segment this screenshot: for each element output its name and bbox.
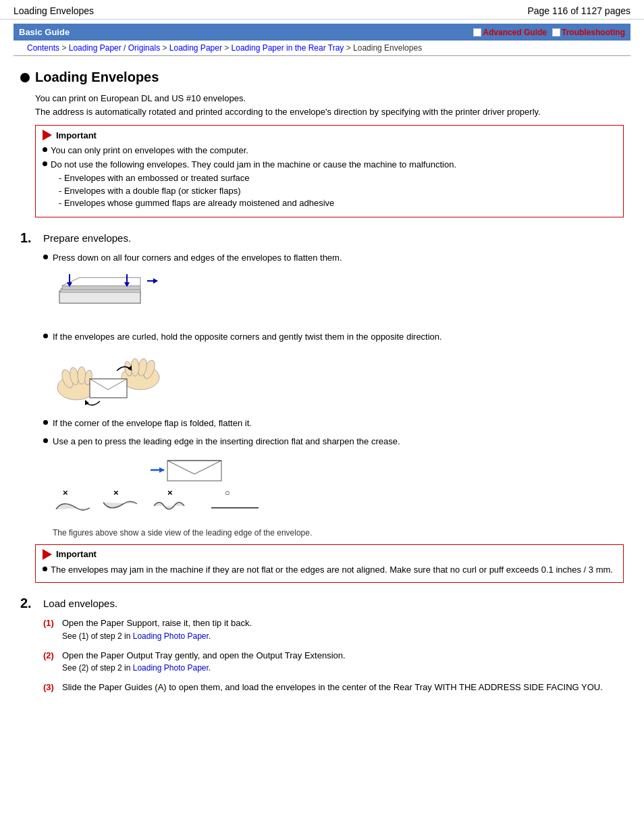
important-item-text: Do not use the following envelopes. They…: [51, 159, 456, 170]
breadcrumb-loading-paper[interactable]: Loading Paper: [169, 43, 222, 53]
svg-text:×: ×: [113, 488, 119, 498]
important-list-1: You can only print on envelopes with the…: [43, 145, 616, 211]
step-2-section: 2. Load envelopes. (1) Open the Paper Su…: [20, 595, 624, 694]
important-header-1: Important: [43, 130, 616, 140]
page-title-top: Loading Envelopes: [14, 5, 94, 16]
svg-marker-31: [159, 467, 165, 473]
sub-list-item-1: - Envelopes with an embossed or treated …: [59, 172, 456, 184]
advanced-guide-checkbox[interactable]: [473, 28, 481, 36]
figure-caption: The figures above show a side view of th…: [53, 528, 624, 538]
step-1-content: Press down on all four corners and edges…: [43, 251, 624, 538]
important-label-1: Important: [56, 130, 97, 140]
important-item-2-1: The envelopes may jam in the machine if …: [43, 564, 616, 576]
bullet-dot: [43, 147, 47, 152]
important-item-1-2: Do not use the following envelopes. They…: [43, 159, 616, 211]
troubleshooting-checkbox[interactable]: [552, 28, 560, 36]
important-label-2: Important: [56, 549, 97, 559]
flatten-svg: [53, 271, 161, 321]
sub-list-item-2: - Envelopes with a double flap (or stick…: [59, 185, 456, 197]
step2-item-2: (2) Open the Paper Output Tray gently, a…: [43, 649, 624, 675]
step1-bullet-3: If the corner of the envelope flap is fo…: [43, 417, 624, 430]
important-item-1-1: You can only print on envelopes with the…: [43, 145, 616, 157]
step1-bullet-1-text: Press down on all four corners and edges…: [53, 251, 342, 265]
important-header-2: Important: [43, 549, 616, 560]
svg-point-16: [78, 367, 86, 384]
step2-item-2-sub: See (2) of step 2 in Loading Photo Paper…: [62, 662, 624, 674]
twist-illustration: [53, 350, 624, 410]
step-1-header: 1. Prepare envelopes.: [20, 230, 624, 246]
guide-bar: Basic Guide Advanced Guide Troubleshooti…: [14, 24, 630, 41]
svg-rect-0: [59, 291, 140, 303]
step-1-number: 1.: [20, 230, 36, 246]
edge-illustration: × × × ○: [53, 455, 624, 521]
svg-text:○: ○: [225, 488, 230, 498]
step2-item-1-content: Open the Paper Support, raise it, then t…: [62, 617, 624, 642]
section-bullet: [20, 73, 30, 82]
step1-bullet-4-text: Use a pen to press the leading edge in t…: [53, 435, 400, 448]
page-header: Loading Envelopes Page 116 of 1127 pages: [0, 0, 644, 20]
important-box-2: Important The envelopes may jam in the m…: [35, 544, 624, 583]
bullet-dot: [43, 334, 48, 338]
loading-photo-paper-link-1[interactable]: Loading Photo Paper: [133, 631, 209, 641]
intro-line-2: The address is automatically rotated and…: [35, 105, 624, 119]
step1-bullet-3-text: If the corner of the envelope flap is fo…: [53, 417, 252, 430]
bullet-dot: [43, 420, 48, 425]
svg-rect-2: [62, 286, 140, 290]
intro-line-1: You can print on European DL and US #10 …: [35, 92, 624, 105]
step2-item-2-main: Open the Paper Output Tray gently, and o…: [62, 650, 346, 660]
svg-rect-28: [167, 461, 221, 481]
step-2-header: 2. Load envelopes.: [20, 595, 624, 611]
step-1-title: Prepare envelopes.: [43, 230, 131, 244]
important-arrow-icon-2: [43, 549, 52, 560]
breadcrumb-rear-tray[interactable]: Loading Paper in the Rear Tray: [232, 43, 344, 53]
section-title: Loading Envelopes: [35, 70, 159, 85]
svg-text:×: ×: [63, 488, 68, 498]
step2-item-2-content: Open the Paper Output Tray gently, and o…: [62, 649, 624, 675]
important-list-2: The envelopes may jam in the machine if …: [43, 564, 616, 576]
step-2-number: 2.: [20, 595, 36, 611]
step2-item-3-label: (3): [43, 681, 58, 694]
main-content: Loading Envelopes You can print on Europ…: [0, 56, 644, 714]
bullet-dot: [43, 255, 48, 259]
breadcrumb: Contents > Loading Paper / Originals > L…: [14, 41, 630, 56]
breadcrumb-contents[interactable]: Contents: [27, 43, 59, 53]
loading-photo-paper-link-2[interactable]: Loading Photo Paper: [133, 663, 209, 673]
step2-item-3: (3) Slide the Paper Guides (A) to open t…: [43, 681, 624, 694]
step2-item-1: (1) Open the Paper Support, raise it, th…: [43, 617, 624, 642]
bullet-dot: [43, 438, 48, 443]
step2-item-2-label: (2): [43, 649, 58, 662]
edge-svg: × × × ○: [53, 455, 275, 519]
step2-item-3-content: Slide the Paper Guides (A) to open them,…: [62, 681, 624, 694]
guide-bar-links: Advanced Guide Troubleshooting: [473, 28, 625, 37]
important-item-text: You can only print on envelopes with the…: [51, 145, 248, 157]
section-title-row: Loading Envelopes: [20, 70, 624, 85]
bullet-dot: [43, 567, 47, 571]
important-item-2-text: The envelopes may jam in the machine if …: [51, 564, 613, 576]
step1-bullet-2-text: If the envelopes are curled, hold the op…: [53, 330, 442, 344]
important-arrow-icon-1: [43, 130, 52, 140]
bullet-dot: [43, 161, 47, 166]
step-2-title: Load envelopes.: [43, 595, 117, 609]
svg-point-21: [131, 359, 139, 376]
sub-list-item-3: - Envelopes whose gummed flaps are alrea…: [59, 197, 456, 209]
breadcrumb-current: Loading Envelopes: [353, 43, 422, 53]
step1-bullet-4: Use a pen to press the leading edge in t…: [43, 435, 624, 448]
step1-bullet-2: If the envelopes are curled, hold the op…: [43, 330, 624, 344]
page-number: Page 116 of 1127 pages: [527, 5, 630, 16]
guide-bar-title: Basic Guide: [19, 27, 70, 37]
advanced-guide-link[interactable]: Advanced Guide: [483, 28, 547, 37]
flatten-illustration: [53, 271, 624, 323]
svg-marker-11: [153, 278, 158, 284]
twist-svg: [53, 350, 167, 408]
breadcrumb-loading-paper-originals[interactable]: Loading Paper / Originals: [69, 43, 160, 53]
important-box-1: Important You can only print on envelope…: [35, 125, 624, 217]
svg-text:×: ×: [167, 488, 173, 498]
intro-text: You can print on European DL and US #10 …: [35, 92, 624, 118]
important-sub-list: - Envelopes with an embossed or treated …: [59, 172, 456, 209]
step1-bullet-1: Press down on all four corners and edges…: [43, 251, 624, 265]
step2-item-1-main: Open the Paper Support, raise it, then t…: [62, 618, 252, 628]
step2-item-3-main: Slide the Paper Guides (A) to open them,…: [62, 682, 603, 692]
troubleshooting-link[interactable]: Troubleshooting: [562, 28, 625, 37]
step2-item-1-sub: See (1) of step 2 in Loading Photo Paper…: [62, 630, 624, 642]
svg-rect-23: [90, 379, 127, 398]
